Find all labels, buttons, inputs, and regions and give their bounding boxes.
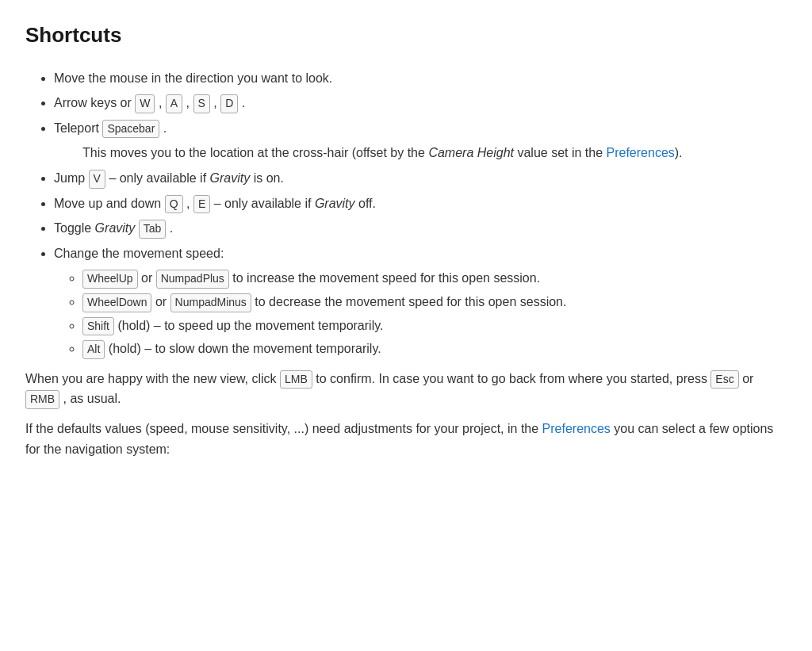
- list-item-mouse: Move the mouse in the direction you want…: [54, 68, 787, 89]
- or-confirm: or: [742, 372, 753, 385]
- change-speed-label: Change the movement speed:: [54, 247, 224, 260]
- key-d: D: [220, 94, 238, 113]
- key-v: V: [89, 170, 105, 189]
- key-spacebar: Spacebar: [102, 120, 159, 139]
- confirm-text-1: When you are happy with the new view, cl…: [25, 372, 277, 385]
- list-item-jump: Jump V – only available if Gravity is on…: [54, 168, 787, 189]
- key-lmb: LMB: [280, 370, 312, 389]
- key-wheeldown: WheelDown: [82, 293, 151, 312]
- value-set-in: value set in the: [517, 146, 603, 159]
- confirm-text-2: to confirm. In case you want to go back …: [316, 372, 707, 385]
- jump-end: is on.: [254, 171, 284, 185]
- teleport-label: Teleport: [54, 121, 99, 135]
- list-item-change-speed: Change the movement speed: WheelUp or Nu…: [54, 243, 787, 359]
- alt-hold: (hold) – to slow down the movement tempo…: [109, 342, 381, 355]
- teleport-desc-text1: This moves you to the location at the cr…: [82, 146, 425, 159]
- list-item-move-up-down: Move up and down Q , E – only available …: [54, 193, 787, 214]
- list-item-teleport: Teleport Spacebar . This moves you to th…: [54, 118, 787, 163]
- or-2: or: [155, 295, 170, 308]
- arrow-text-after: .: [242, 96, 245, 109]
- move-prefix: Move up and down: [54, 197, 161, 210]
- camera-height-label: Camera Height: [428, 146, 514, 159]
- jump-prefix: Jump: [54, 171, 85, 185]
- defaults-text-1: If the defaults values (speed, mouse sen…: [25, 422, 538, 435]
- key-wheelup: WheelUp: [82, 270, 138, 289]
- speed-item-alt: Alt (hold) – to slow down the movement t…: [82, 339, 787, 359]
- toggle-gravity: Gravity: [95, 221, 136, 235]
- defaults-paragraph: If the defaults values (speed, mouse sen…: [25, 419, 787, 459]
- toggle-end: .: [170, 221, 173, 235]
- key-s: S: [193, 94, 210, 113]
- speed-desc-2: to decrease the movement speed for this …: [255, 295, 566, 308]
- speed-desc-1: to increase the movement speed for this …: [232, 271, 540, 285]
- mouse-text: Move the mouse in the direction you want…: [54, 71, 332, 85]
- key-esc: Esc: [710, 370, 738, 389]
- key-numpadplus: NumpadPlus: [156, 270, 229, 289]
- page-title: Shortcuts: [25, 19, 787, 52]
- speed-sub-list: WheelUp or NumpadPlus to increase the mo…: [54, 268, 787, 358]
- teleport-description-block: This moves you to the location at the cr…: [82, 143, 787, 163]
- jump-gravity: Gravity: [210, 171, 251, 185]
- list-item-arrow: Arrow keys or W , A , S , D .: [54, 93, 787, 113]
- shortcuts-list: Move the mouse in the direction you want…: [25, 68, 787, 359]
- key-a: A: [166, 94, 182, 113]
- teleport-end: ).: [675, 146, 683, 159]
- key-e: E: [193, 195, 210, 214]
- key-w: W: [135, 94, 155, 113]
- preferences-link-2[interactable]: Preferences: [542, 422, 611, 435]
- jump-suffix: – only available if: [109, 171, 209, 185]
- speed-item-wheelup: WheelUp or NumpadPlus to increase the mo…: [82, 268, 787, 289]
- speed-item-wheeldown: WheelDown or NumpadMinus to decrease the…: [82, 292, 787, 312]
- toggle-prefix: Toggle: [54, 221, 91, 235]
- key-alt: Alt: [82, 340, 105, 359]
- key-numpadminus: NumpadMinus: [170, 293, 251, 312]
- key-tab: Tab: [139, 220, 167, 239]
- or-1: or: [141, 271, 156, 285]
- arrow-text-before: Arrow keys or: [54, 96, 132, 109]
- key-q: Q: [165, 195, 183, 214]
- move-end: off.: [358, 197, 376, 210]
- list-item-toggle-gravity: Toggle Gravity Tab .: [54, 218, 787, 239]
- speed-item-shift: Shift (hold) – to speed up the movement …: [82, 316, 787, 336]
- preferences-link[interactable]: Preferences: [607, 146, 675, 159]
- confirm-paragraph: When you are happy with the new view, cl…: [25, 369, 787, 409]
- move-gravity: Gravity: [315, 197, 355, 210]
- teleport-period: .: [163, 121, 167, 135]
- key-shift: Shift: [82, 317, 114, 336]
- teleport-description: This moves you to the location at the cr…: [82, 143, 787, 163]
- shift-hold: (hold) – to speed up the movement tempor…: [117, 319, 383, 332]
- key-rmb: RMB: [25, 390, 59, 409]
- confirm-end: , as usual.: [63, 392, 121, 405]
- move-suffix: – only available if: [214, 197, 315, 210]
